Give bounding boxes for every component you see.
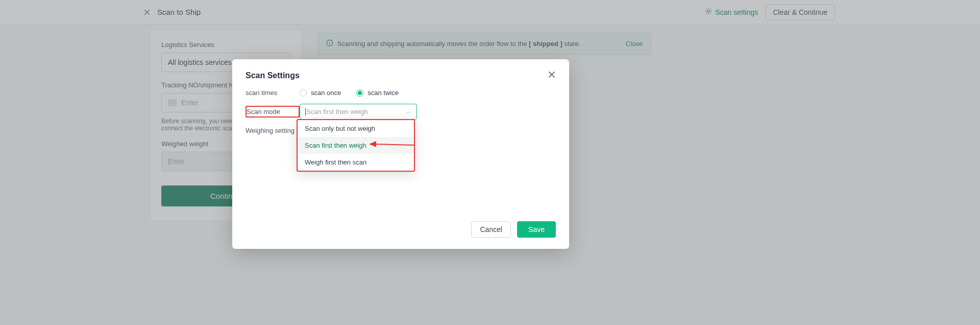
scan-settings-modal: Scan Settings scan times scan once scan … [232,59,569,249]
scan-times-row: scan times scan once scan twice [246,89,556,97]
text-cursor [305,108,306,115]
dropdown-option-weigh-first[interactable]: Weigh first then scan [298,154,414,171]
scan-mode-dropdown: Scan only but not weigh Scan first then … [297,120,414,171]
save-button[interactable]: Save [517,221,556,238]
dropdown-option-scan-first[interactable]: Scan first then weigh [298,137,414,154]
scan-twice-radio[interactable]: scan twice [356,89,399,97]
scan-times-label: scan times [246,89,300,97]
scan-mode-label: Scan mode [246,106,300,118]
weighing-setting-label: Weighing setting [246,127,300,134]
scan-mode-row: Scan mode Scan first then weigh ︿ [246,104,556,120]
chevron-up-icon: ︿ [406,108,411,115]
cancel-button[interactable]: Cancel [471,221,511,238]
modal-title: Scan Settings [246,71,300,80]
scan-mode-select[interactable]: Scan first then weigh ︿ [300,104,417,120]
dropdown-option-scan-only[interactable]: Scan only but not weigh [298,120,414,137]
modal-close-icon[interactable] [548,71,556,81]
scan-mode-placeholder: Scan first then weigh [306,108,368,115]
scan-once-radio[interactable]: scan once [300,89,341,97]
